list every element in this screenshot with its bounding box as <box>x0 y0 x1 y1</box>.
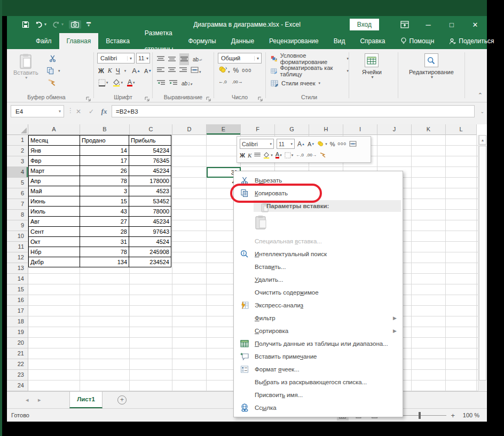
increase-indent-button[interactable] <box>169 78 177 88</box>
table-cell[interactable]: 4523 <box>129 186 171 196</box>
table-cell[interactable]: 45234 <box>129 217 171 227</box>
mini-comma-button[interactable]: 000 <box>338 141 346 146</box>
row-header-20[interactable]: 20 <box>7 338 28 348</box>
alignment-dialog-launcher[interactable] <box>206 94 211 100</box>
table-cell[interactable]: 78 <box>80 176 129 186</box>
name-box[interactable]: E4 ▾ <box>11 105 64 117</box>
row-header-9[interactable]: 9 <box>7 220 28 231</box>
underline-button[interactable]: Ч <box>116 67 120 75</box>
redo-caret[interactable]: ▾ <box>61 22 64 27</box>
mini-accounting-button[interactable]: ▾ <box>317 141 327 147</box>
borders-button[interactable]: ▾ <box>98 79 108 86</box>
accounting-format-button[interactable]: ▾ <box>218 66 230 75</box>
menu-item-pick-from-list[interactable]: Выбрать из раскрывающегося списка... <box>234 376 402 389</box>
row-header-16[interactable]: 16 <box>7 295 28 306</box>
mini-font-family-combo[interactable]: Calibri▾ <box>240 139 274 149</box>
mini-font-color-button[interactable]: А▾ <box>275 152 282 158</box>
mini-bold-button[interactable]: Ж <box>240 152 245 158</box>
cancel-entry-icon[interactable]: ✕ <box>72 105 85 117</box>
row-header-3[interactable]: 3 <box>7 156 28 167</box>
editing-caret[interactable]: ▾ <box>431 75 433 80</box>
wrap-text-button[interactable]: ab⤵▾ <box>182 81 192 86</box>
table-cell[interactable]: Фвр <box>29 156 80 166</box>
mini-shrink-font-button[interactable]: A▼ <box>308 141 314 147</box>
table-header-cell[interactable]: Прибыль <box>129 136 171 146</box>
tab-формулы[interactable]: Формулы <box>180 33 223 49</box>
menu-item-hyperlink[interactable]: Ссылка <box>234 401 402 414</box>
underline-caret[interactable]: ▾ <box>124 69 127 73</box>
row-header-2[interactable]: 2 <box>7 146 28 156</box>
conditional-formatting-button[interactable]: Условное форматирование▾ <box>271 53 349 64</box>
table-cell[interactable]: 43 <box>80 207 129 217</box>
mini-grow-font-button[interactable]: A▲ <box>297 140 305 148</box>
comma-style-button[interactable]: 000 <box>242 68 251 73</box>
mini-percent-button[interactable]: % <box>330 141 335 147</box>
row-header-6[interactable]: 6 <box>7 188 28 199</box>
increase-decimal-button[interactable]: ←,0 <box>218 79 227 84</box>
table-cell[interactable]: 78000 <box>129 207 171 217</box>
zoom-level[interactable]: 100 % <box>459 412 479 418</box>
column-header-I[interactable]: I <box>343 124 377 135</box>
cell-styles-button[interactable]: Стили ячеек▾ <box>271 77 320 89</box>
column-header-G[interactable]: G <box>275 124 309 135</box>
mini-align-button[interactable] <box>254 153 261 157</box>
vertical-scrollbar[interactable]: ▲ <box>478 135 486 391</box>
tab-рецензирование[interactable]: Рецензирование <box>262 33 326 49</box>
number-dialog-launcher[interactable] <box>258 94 263 100</box>
row-header-18[interactable]: 18 <box>7 316 28 327</box>
table-cell[interactable]: 234524 <box>129 257 171 267</box>
merge-center-button[interactable]: ▾ <box>191 66 201 75</box>
table-cell[interactable]: 4524 <box>129 237 171 247</box>
menu-item-smart-lookup[interactable]: Интеллектуальный поиск <box>234 248 402 260</box>
table-cell[interactable]: 45234 <box>129 166 171 176</box>
format-painter-button[interactable] <box>48 79 56 87</box>
table-cell[interactable]: 14 <box>80 146 129 156</box>
column-header-A[interactable]: A <box>28 124 80 135</box>
tab-справка[interactable]: Справка <box>352 33 392 49</box>
table-cell[interactable]: 3 <box>80 186 129 196</box>
table-cell[interactable]: 97643 <box>129 227 171 237</box>
undo-caret[interactable]: ▾ <box>44 22 46 27</box>
decrease-decimal-button[interactable]: ,00→ <box>232 79 243 84</box>
collapse-ribbon-icon[interactable]: ⌃ <box>478 92 483 99</box>
sheet-nav-left-icon[interactable]: ◂ <box>26 397 29 403</box>
row-header-12[interactable]: 12 <box>7 252 28 263</box>
row-header-14[interactable]: 14 <box>7 274 28 284</box>
tab-главная[interactable]: Главная <box>59 33 99 49</box>
table-cell[interactable]: Март <box>29 166 80 176</box>
table-cell[interactable]: Окт <box>29 237 80 247</box>
table-cell[interactable]: 134 <box>80 257 129 267</box>
save-icon[interactable] <box>22 21 29 28</box>
font-family-combo[interactable]: Calibri▾ <box>97 53 135 64</box>
table-cell[interactable]: 76345 <box>129 156 171 166</box>
format-as-table-button[interactable]: Форматировать как таблицу▾ <box>271 65 349 76</box>
borders-caret[interactable]: ▾ <box>106 81 108 85</box>
menu-item-paste-placeholder[interactable] <box>234 212 402 235</box>
select-all-corner[interactable] <box>7 124 28 135</box>
row-header-5[interactable]: 5 <box>7 178 28 188</box>
align-middle-button[interactable] <box>168 54 176 64</box>
table-cell[interactable]: 78 <box>80 247 129 257</box>
editing-button[interactable]: Редактирование ▾ <box>409 53 454 80</box>
name-box-caret[interactable]: ▾ <box>59 109 64 114</box>
decrease-indent-button[interactable] <box>157 78 165 88</box>
sheet-tab-list1[interactable]: Лист1 <box>69 392 103 408</box>
align-top-button[interactable] <box>157 54 164 64</box>
column-header-J[interactable]: J <box>377 124 412 135</box>
font-color-caret[interactable]: ▾ <box>133 81 135 85</box>
new-sheet-button[interactable]: + <box>117 395 127 405</box>
table-cell[interactable]: Май <box>29 186 80 196</box>
tab-поделиться[interactable]: Поделиться <box>442 33 501 49</box>
table-cell[interactable]: Нбр <box>29 247 80 257</box>
table-cell[interactable]: 53452 <box>129 196 171 207</box>
column-header-E[interactable]: E <box>207 124 241 135</box>
undo-button[interactable]: ▾ <box>35 21 46 28</box>
maximize-button[interactable]: □ <box>440 16 463 33</box>
column-header-B[interactable]: B <box>80 124 130 135</box>
row-header-8[interactable]: 8 <box>7 210 28 220</box>
number-format-combo[interactable]: Общий▾ <box>218 53 262 64</box>
fill-color-caret[interactable]: ▾ <box>121 81 123 85</box>
wrap-caret[interactable]: ▾ <box>190 82 192 86</box>
table-cell[interactable]: Янв <box>29 146 80 156</box>
copy-caret[interactable]: ▾ <box>58 69 60 73</box>
